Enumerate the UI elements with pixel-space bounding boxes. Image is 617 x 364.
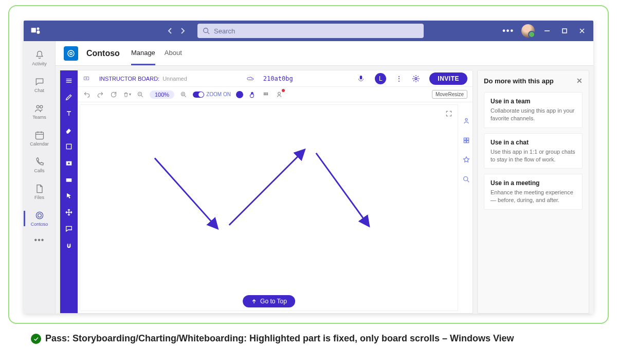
zoom-toggle[interactable]: ZOOM ON bbox=[193, 92, 231, 98]
app-name: Contoso bbox=[86, 49, 120, 58]
svg-point-3 bbox=[204, 28, 208, 33]
search-canvas-icon[interactable] bbox=[462, 175, 470, 186]
rail-contoso[interactable]: Contoso bbox=[24, 206, 56, 231]
tab-manage[interactable]: Manage bbox=[131, 42, 155, 65]
search-input[interactable]: Search bbox=[197, 24, 424, 38]
search-icon bbox=[203, 27, 210, 34]
profile-avatar[interactable] bbox=[521, 24, 535, 38]
app-rail: Activity Chat Teams Calendar Calls bbox=[24, 41, 56, 314]
rail-calendar[interactable]: Calendar bbox=[24, 125, 56, 151]
close-button[interactable] bbox=[577, 26, 587, 36]
move-resize-button[interactable]: MoveResize bbox=[432, 90, 467, 99]
undo-button[interactable] bbox=[83, 90, 91, 99]
teams-logo-icon bbox=[30, 25, 41, 37]
chat-icon bbox=[34, 77, 45, 87]
pen-icon[interactable] bbox=[60, 89, 78, 105]
pointer-icon[interactable] bbox=[60, 188, 78, 204]
search-placeholder: Search bbox=[214, 27, 235, 35]
canvas-side-tools bbox=[460, 102, 473, 313]
svg-point-15 bbox=[36, 212, 43, 219]
delete-button[interactable]: ▾ bbox=[123, 90, 131, 99]
zoom-out-button[interactable] bbox=[136, 90, 144, 99]
color-swatch[interactable] bbox=[236, 91, 243, 98]
result-caption: Pass: Storyboarding/Charting/Whiteboardi… bbox=[31, 332, 586, 344]
svg-point-38 bbox=[265, 93, 266, 94]
gear-icon[interactable] bbox=[412, 75, 420, 83]
board-header: INSTRUCTOR BOARD: Unnamed 210at0bg L ⋮ bbox=[78, 70, 473, 87]
layers-icon[interactable] bbox=[462, 136, 470, 147]
svg-rect-2 bbox=[37, 30, 40, 34]
svg-point-42 bbox=[267, 94, 268, 95]
menu-icon[interactable] bbox=[60, 72, 78, 89]
board-name[interactable]: Unnamed bbox=[162, 76, 187, 82]
svg-point-18 bbox=[70, 52, 72, 54]
redo-button[interactable] bbox=[96, 90, 104, 99]
svg-point-1 bbox=[37, 27, 40, 30]
pass-check-icon bbox=[31, 334, 41, 344]
mic-icon[interactable] bbox=[356, 74, 366, 83]
grid-button[interactable] bbox=[262, 90, 270, 99]
svg-rect-0 bbox=[31, 28, 36, 32]
svg-point-40 bbox=[264, 94, 265, 95]
toolbox-icon[interactable] bbox=[60, 171, 78, 188]
svg-point-29 bbox=[415, 78, 417, 80]
file-icon bbox=[34, 184, 45, 194]
rail-teams[interactable]: Teams bbox=[24, 99, 56, 124]
card-desc: Enhance the meeting experience — before,… bbox=[491, 189, 576, 204]
comment-icon[interactable] bbox=[60, 221, 78, 237]
refresh-button[interactable] bbox=[110, 90, 118, 99]
tab-about[interactable]: About bbox=[165, 42, 182, 65]
svg-rect-28 bbox=[360, 76, 362, 80]
rail-more-button[interactable]: ••• bbox=[34, 235, 45, 245]
invite-button[interactable]: INVITE bbox=[429, 72, 467, 85]
participants-icon[interactable] bbox=[462, 117, 470, 127]
zoom-in-button[interactable] bbox=[179, 90, 188, 99]
maximize-button[interactable] bbox=[559, 26, 570, 36]
board-toolbar-row: ▾ 100% ZOOM ON MoveResize bbox=[78, 87, 473, 102]
svg-point-43 bbox=[278, 92, 281, 95]
board-more-button[interactable]: ⋮ bbox=[395, 75, 403, 83]
rail-files[interactable]: Files bbox=[24, 179, 56, 205]
app-header: Contoso Manage About bbox=[56, 41, 593, 66]
eraser-icon[interactable] bbox=[60, 122, 78, 138]
whiteboard-canvas[interactable]: Go to Top bbox=[80, 104, 458, 311]
text-icon[interactable] bbox=[60, 105, 78, 122]
instructor-icon bbox=[83, 75, 90, 82]
notifications-button[interactable] bbox=[275, 90, 283, 99]
move-icon[interactable] bbox=[60, 204, 78, 221]
card-desc: Collaborate using this app in your favor… bbox=[491, 107, 576, 122]
zoom-level[interactable]: 100% bbox=[150, 90, 174, 99]
back-button[interactable] bbox=[166, 26, 175, 35]
forward-button[interactable] bbox=[178, 26, 187, 35]
svg-line-34 bbox=[185, 95, 186, 97]
rail-label: Files bbox=[34, 195, 44, 200]
more-options-button[interactable]: ••• bbox=[502, 26, 514, 35]
rail-label: Activity bbox=[32, 61, 47, 66]
side-panel-close[interactable]: ✕ bbox=[576, 77, 583, 85]
phone-icon bbox=[34, 157, 45, 167]
svg-point-16 bbox=[38, 214, 41, 217]
card-use-in-meeting[interactable]: Use in a meeting Enhance the meeting exp… bbox=[484, 174, 583, 210]
svg-line-31 bbox=[141, 95, 143, 97]
wave-icon[interactable] bbox=[60, 237, 78, 253]
add-icon[interactable] bbox=[60, 155, 78, 171]
minimize-button[interactable] bbox=[542, 26, 552, 36]
hand-tool-button[interactable] bbox=[248, 90, 257, 99]
shapes-icon[interactable] bbox=[60, 138, 78, 155]
star-icon[interactable] bbox=[462, 156, 470, 166]
card-use-in-chat[interactable]: Use in a chat Use this app in 1:1 or gro… bbox=[484, 133, 583, 169]
rail-activity[interactable]: Activity bbox=[24, 45, 56, 71]
participant-avatar[interactable]: L bbox=[375, 73, 386, 84]
svg-rect-26 bbox=[66, 178, 72, 182]
svg-point-52 bbox=[464, 177, 468, 181]
svg-rect-6 bbox=[562, 29, 567, 33]
go-to-top-button[interactable]: Go to Top bbox=[243, 295, 295, 307]
svg-line-45 bbox=[229, 151, 304, 225]
svg-point-37 bbox=[264, 93, 265, 94]
svg-point-47 bbox=[465, 118, 467, 120]
zoom-toggle-label: ZOOM ON bbox=[206, 92, 231, 97]
cloud-icon[interactable] bbox=[247, 76, 254, 81]
card-use-in-team[interactable]: Use in a team Collaborate using this app… bbox=[484, 92, 583, 128]
rail-chat[interactable]: Chat bbox=[24, 72, 56, 98]
rail-calls[interactable]: Calls bbox=[24, 152, 56, 178]
